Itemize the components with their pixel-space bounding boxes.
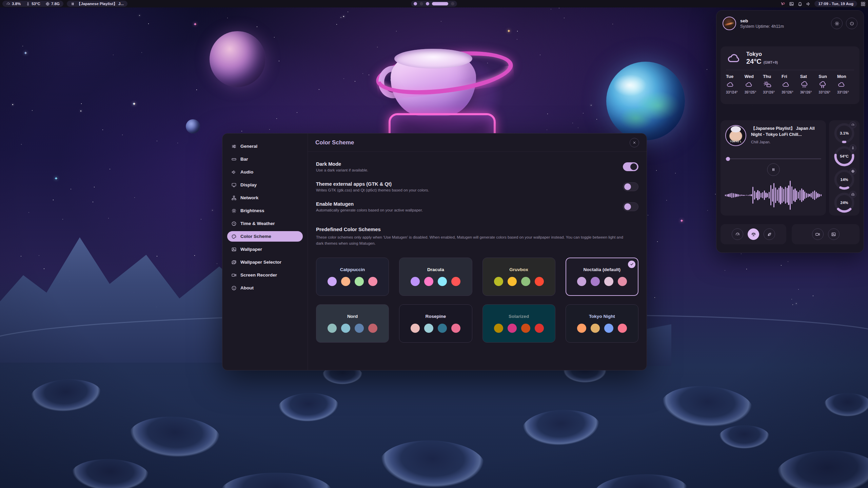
sidebar-item-audio[interactable]: Audio — [227, 167, 303, 177]
toggle-enable-matugen[interactable] — [623, 202, 638, 211]
clock-pill[interactable]: 17:09 - Tue, 19 Aug — [814, 1, 857, 7]
media-row: TOKYO L 【Japanese Playlist】 Japan All Ni… — [721, 120, 860, 216]
forecast-temps: 33°/26° — [818, 90, 830, 94]
sidebar-item-color-scheme[interactable]: Color Scheme — [227, 231, 303, 242]
viz-bar — [746, 195, 747, 196]
workspace-1-occupied[interactable] — [414, 2, 417, 5]
setting-description: Use a dark variant if available. — [316, 168, 368, 172]
user-name: seb — [740, 18, 828, 23]
sidebar-item-brightness[interactable]: Brightness — [227, 205, 303, 216]
speedometer-icon — [6, 2, 11, 6]
forecast-temps: 33°/26° — [763, 90, 775, 94]
pause-button[interactable] — [767, 163, 780, 176]
scheme-card-gruvbox[interactable]: Gruvbox — [482, 258, 555, 296]
album-art: TOKYO L — [725, 125, 746, 146]
workspace-2-empty[interactable] — [420, 2, 423, 5]
media-info: 【Japanese Playlist】 Japan All Night - To… — [751, 125, 821, 146]
section-title: Predefined Color Schemes — [316, 226, 638, 232]
volume-icon[interactable] — [806, 1, 811, 6]
speedometer-profile-button[interactable] — [732, 228, 743, 240]
scales-profile-button[interactable] — [748, 228, 759, 240]
system-gauges-card: 3.1%54°C14%24% — [829, 120, 860, 216]
viz-bar — [770, 185, 771, 205]
scheme-name: Rosepine — [425, 314, 446, 319]
leaf-profile-button[interactable] — [764, 228, 775, 240]
storm-icon — [818, 81, 827, 88]
settings-gear-button[interactable] — [831, 18, 843, 29]
media-status-pill[interactable]: 【Japanese Playlist】 J... — [67, 1, 127, 7]
scheme-swatches — [494, 324, 544, 333]
scheme-name: Noctalia (default) — [584, 267, 621, 272]
settings-content: Color Scheme Dark ModeUse a dark variant… — [308, 134, 647, 370]
color-swatch — [535, 277, 544, 286]
sidebar-item-wallpaper[interactable]: Wallpaper — [227, 244, 303, 255]
palette-icon — [231, 234, 237, 239]
seek-bar[interactable] — [725, 158, 821, 159]
panel-bottom-row — [721, 224, 860, 244]
forecast-temps: 35°/26° — [782, 90, 793, 94]
sidebar-item-label: Bar — [240, 157, 248, 162]
color-swatch — [521, 324, 530, 333]
sidebar-item-bar[interactable]: Bar — [227, 154, 303, 164]
scheme-card-nord[interactable]: Nord — [316, 304, 389, 343]
viz-bar — [735, 194, 736, 197]
sidebar-item-about[interactable]: About — [227, 283, 303, 293]
notifications-bell-icon[interactable] — [797, 1, 803, 6]
scheme-card-dracula[interactable]: Dracula — [399, 258, 472, 296]
viz-bar — [793, 189, 794, 201]
tray-app-icon[interactable] — [781, 1, 786, 6]
seek-knob[interactable] — [726, 157, 730, 161]
system-stats-pill[interactable]: 3.8% 53°C 7.8G — [2, 1, 63, 7]
sidebar-item-screen-recorder[interactable]: Screen Recorder — [227, 270, 303, 280]
viz-bar — [773, 183, 774, 207]
color-swatch — [577, 277, 586, 286]
toggle-theme-external-apps-gtk-qt[interactable] — [623, 182, 638, 191]
cloud-icon — [837, 81, 846, 88]
sidebar-item-network[interactable]: Network — [227, 192, 303, 203]
viz-bar — [759, 191, 760, 199]
color-swatch — [355, 324, 364, 333]
scheme-card-rosepine[interactable]: Rosepine — [399, 304, 472, 343]
color-swatch — [411, 324, 420, 333]
clock-text: 17:09 - Tue, 19 Aug — [818, 2, 853, 6]
scheme-card-tokyo-night[interactable]: Tokyo Night — [566, 304, 638, 343]
color-swatch — [494, 277, 503, 286]
viz-bar — [765, 192, 766, 198]
viz-bar — [783, 189, 784, 202]
weather-card[interactable]: Tokyo 24°C (GMT+9) Tue33°/24°Wed35°/25°T… — [721, 46, 860, 104]
workspace-4-focused[interactable] — [432, 2, 448, 5]
viz-bar — [778, 188, 780, 203]
forecast-day-label: Fri — [782, 74, 787, 79]
power-button[interactable] — [846, 18, 857, 29]
settings-window: GeneralBarAudioDisplayNetworkBrightnessT… — [222, 133, 647, 370]
color-swatch — [411, 277, 420, 286]
color-swatch — [424, 277, 433, 286]
wallpaper-icon[interactable] — [789, 1, 794, 6]
sidebar-item-wallpaper-selector[interactable]: Wallpaper Selector — [227, 257, 303, 267]
image-tool-button[interactable] — [828, 228, 840, 240]
scheme-card-catppuccin[interactable]: Catppuccin — [316, 258, 389, 296]
toggle-dark-mode[interactable] — [623, 162, 638, 171]
sidebar-item-general[interactable]: General — [227, 141, 303, 151]
workspace-5-empty[interactable] — [451, 2, 454, 5]
forecast-day-tue: Tue33°/24° — [726, 74, 743, 94]
clock-icon — [231, 221, 237, 226]
color-swatch — [618, 324, 627, 333]
scheme-card-noctalia-default[interactable]: Noctalia (default) — [566, 258, 638, 296]
scheme-card-solarized[interactable]: Solarized — [482, 304, 555, 343]
sidebar-item-label: Screen Recorder — [240, 272, 277, 278]
viz-bar — [800, 190, 801, 200]
viz-bar — [754, 191, 755, 200]
sidebar-item-time-weather[interactable]: Time & Weather — [227, 218, 303, 229]
viz-bar — [790, 181, 791, 210]
sidebar-item-display[interactable]: Display — [227, 180, 303, 190]
forecast-day-label: Sat — [800, 74, 807, 79]
viz-bar — [736, 194, 737, 197]
videocam-tool-button[interactable] — [812, 228, 824, 240]
workspace-3-occupied[interactable] — [426, 2, 429, 5]
viz-bar — [821, 194, 822, 196]
divider — [726, 70, 854, 70]
app-launcher-icon[interactable] — [861, 1, 866, 6]
viz-bar — [819, 194, 820, 197]
close-button[interactable] — [630, 138, 639, 147]
